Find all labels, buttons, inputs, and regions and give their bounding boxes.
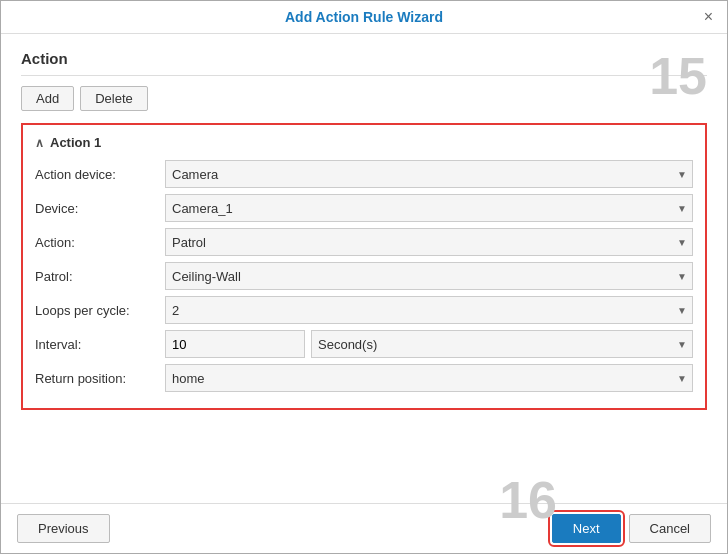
dialog: Add Action Rule Wizard × Action Add Dele… <box>0 0 728 554</box>
collapse-icon[interactable]: ∧ <box>35 136 44 150</box>
device-select[interactable]: Camera_1 Camera_2 <box>165 194 693 222</box>
delete-button[interactable]: Delete <box>80 86 148 111</box>
action-select[interactable]: Patrol Preset Auto-pan <box>165 228 693 256</box>
section-title: Action <box>21 50 707 76</box>
loops-wrapper: 1 2 3 4 5 ▼ <box>165 296 693 324</box>
return-position-select[interactable]: home preset1 preset2 <box>165 364 693 392</box>
label-action: Action: <box>35 235 165 250</box>
title-bar: Add Action Rule Wizard × <box>1 1 727 34</box>
label-interval: Interval: <box>35 337 165 352</box>
footer-right: Next Cancel <box>552 514 711 543</box>
add-button[interactable]: Add <box>21 86 74 111</box>
action-device-select[interactable]: Camera DVR NVR <box>165 160 693 188</box>
label-loops: Loops per cycle: <box>35 303 165 318</box>
label-device: Device: <box>35 201 165 216</box>
form-row-interval: Interval: Second(s) Minute(s) ▼ <box>35 330 693 358</box>
patrol-select[interactable]: Ceiling-Wall Floor Default <box>165 262 693 290</box>
interval-controls: Second(s) Minute(s) ▼ <box>165 330 693 358</box>
form-row-action: Action: Patrol Preset Auto-pan ▼ <box>35 228 693 256</box>
page-number-top: 15 <box>649 50 707 102</box>
form-row-loops: Loops per cycle: 1 2 3 4 5 ▼ <box>35 296 693 324</box>
close-button[interactable]: × <box>700 8 717 26</box>
form-row-action-device: Action device: Camera DVR NVR ▼ <box>35 160 693 188</box>
label-patrol: Patrol: <box>35 269 165 284</box>
form-row-device: Device: Camera_1 Camera_2 ▼ <box>35 194 693 222</box>
page-number-bottom: 16 <box>499 474 557 526</box>
dialog-footer: 16 Previous Next Cancel <box>1 503 727 553</box>
loops-select[interactable]: 1 2 3 4 5 <box>165 296 693 324</box>
dialog-body: Action Add Delete ∧ Action 1 Action devi… <box>1 34 727 503</box>
form-row-patrol: Patrol: Ceiling-Wall Floor Default ▼ <box>35 262 693 290</box>
action-group-title: Action 1 <box>50 135 101 150</box>
previous-button[interactable]: Previous <box>17 514 110 543</box>
return-position-wrapper: home preset1 preset2 ▼ <box>165 364 693 392</box>
action-wrapper: Patrol Preset Auto-pan ▼ <box>165 228 693 256</box>
form-row-return-position: Return position: home preset1 preset2 ▼ <box>35 364 693 392</box>
dialog-title: Add Action Rule Wizard <box>285 9 443 25</box>
footer-left: Previous <box>17 514 110 543</box>
label-action-device: Action device: <box>35 167 165 182</box>
label-return-position: Return position: <box>35 371 165 386</box>
patrol-wrapper: Ceiling-Wall Floor Default ▼ <box>165 262 693 290</box>
device-wrapper: Camera_1 Camera_2 ▼ <box>165 194 693 222</box>
action-group-header: ∧ Action 1 <box>35 135 693 150</box>
interval-unit-wrapper: Second(s) Minute(s) ▼ <box>311 330 693 358</box>
cancel-button[interactable]: Cancel <box>629 514 711 543</box>
toolbar: Add Delete <box>21 86 707 111</box>
interval-input[interactable] <box>165 330 305 358</box>
action-group: ∧ Action 1 Action device: Camera DVR NVR… <box>21 123 707 410</box>
action-device-wrapper: Camera DVR NVR ▼ <box>165 160 693 188</box>
next-button[interactable]: Next <box>552 514 621 543</box>
interval-unit-select[interactable]: Second(s) Minute(s) <box>311 330 693 358</box>
